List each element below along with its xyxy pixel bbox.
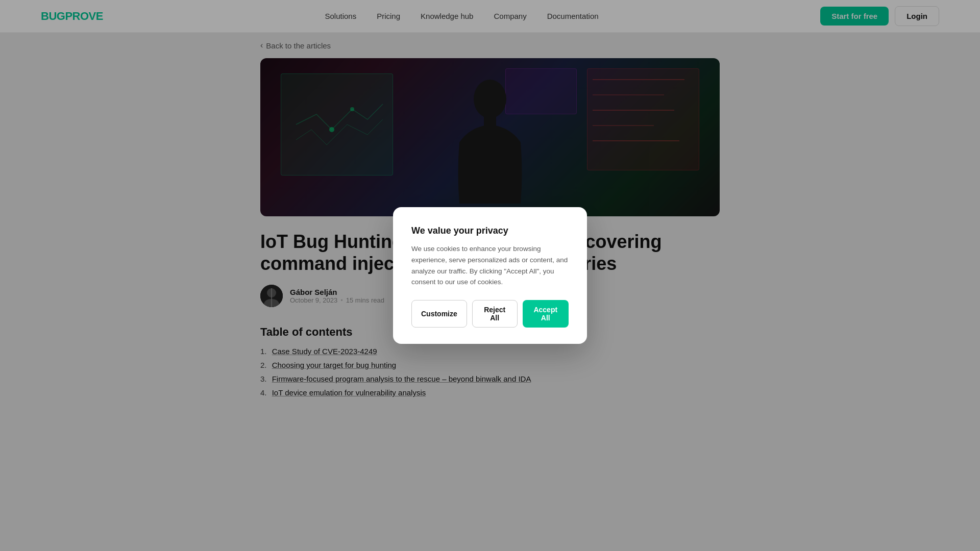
accept-all-button[interactable]: Accept All bbox=[523, 300, 569, 328]
reject-all-button[interactable]: Reject All bbox=[472, 300, 518, 328]
cookie-description: We use cookies to enhance your browsing … bbox=[411, 243, 569, 287]
cookie-title: We value your privacy bbox=[411, 226, 569, 236]
cookie-buttons: Customize Reject All Accept All bbox=[411, 300, 569, 328]
customize-button[interactable]: Customize bbox=[411, 300, 467, 328]
cookie-modal: We value your privacy We use cookies to … bbox=[393, 207, 587, 343]
cookie-overlay: We value your privacy We use cookies to … bbox=[0, 0, 980, 551]
